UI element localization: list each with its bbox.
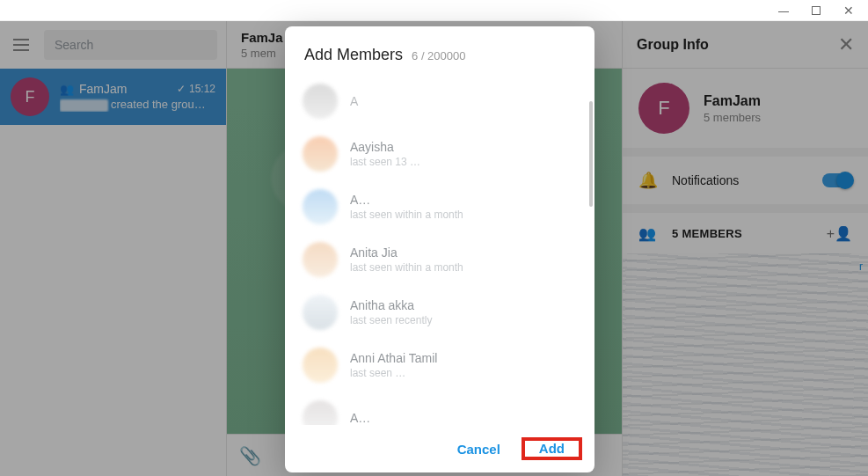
contact-name: Anita Jia (350, 245, 586, 260)
window-titlebar: ✕ (0, 0, 868, 21)
contact-status: last seen 13 … (350, 156, 586, 168)
contact-row[interactable]: A (297, 75, 591, 128)
contact-name: A… (350, 411, 586, 425)
contact-name: Anni Athai Tamil (350, 351, 586, 365)
add-members-modal: Add Members 6 / 200000 A Aayisha last se… (285, 26, 594, 472)
modal-footer: Cancel Add (285, 425, 594, 472)
modal-title: Add Members (304, 46, 403, 64)
contact-row[interactable]: Anitha akka last seen recently (297, 286, 591, 339)
contact-avatar (303, 242, 338, 277)
modal-header: Add Members 6 / 200000 (285, 26, 594, 70)
contact-name: Aayisha (350, 140, 586, 154)
cancel-button[interactable]: Cancel (445, 435, 513, 464)
contact-name: Anitha akka (350, 298, 586, 312)
window-maximize-icon[interactable] (812, 6, 821, 15)
add-button[interactable]: Add (525, 434, 579, 463)
contact-name: A (350, 94, 586, 108)
modal-count: 6 / 200000 (412, 49, 465, 62)
contact-avatar (303, 348, 338, 383)
contact-row[interactable]: Anni Athai Tamil last seen … (297, 339, 591, 392)
modal-body: A Aayisha last seen 13 … A… last seen wi… (285, 70, 594, 425)
scrollbar[interactable] (589, 101, 593, 207)
contact-row[interactable]: Aayisha last seen 13 … (297, 128, 591, 180)
contact-status: last seen within a month (350, 261, 586, 274)
add-button-highlight: Add (522, 437, 582, 460)
window-minimize-icon[interactable] (778, 11, 789, 12)
contact-status: last seen recently (350, 314, 586, 326)
contact-avatar (303, 189, 338, 224)
contact-row[interactable]: A… last seen within a month (297, 180, 591, 233)
contact-row[interactable]: A… (297, 392, 591, 425)
contact-avatar (303, 84, 338, 119)
contact-avatar (303, 295, 338, 330)
contact-row[interactable]: Anita Jia last seen within a month (297, 233, 591, 286)
contact-status: last seen … (350, 367, 586, 379)
contact-name: A… (350, 193, 586, 207)
window-close-icon[interactable]: ✕ (843, 4, 854, 17)
contact-status: last seen within a month (350, 209, 586, 221)
app-root: Search F 👥 FamJam ✓ 15:12 created the gr… (0, 21, 868, 476)
contact-avatar (303, 400, 338, 425)
contact-avatar (303, 136, 338, 172)
